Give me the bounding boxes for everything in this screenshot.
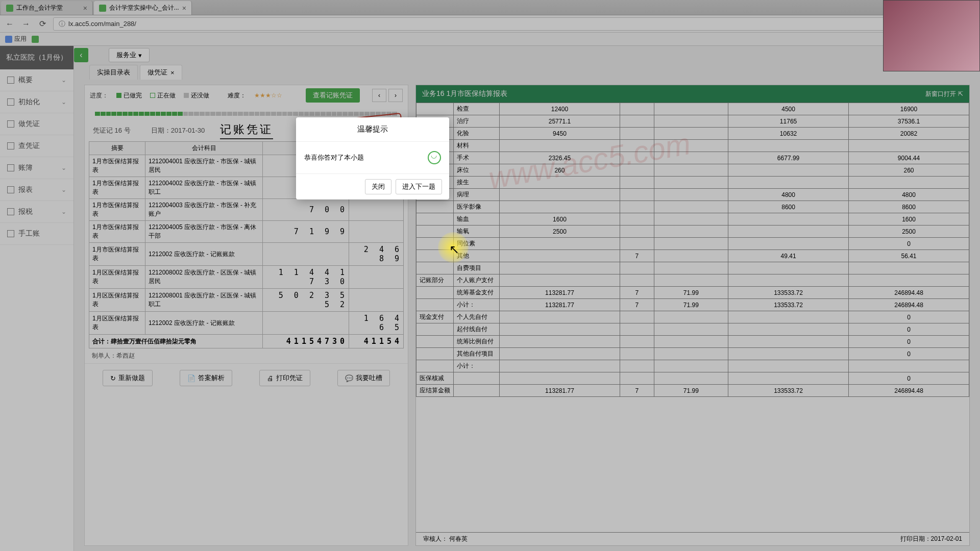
modal-title: 温馨提示 xyxy=(296,117,449,142)
smile-icon xyxy=(428,151,441,164)
modal-footer: 关闭 进入下一题 xyxy=(296,173,449,199)
modal-dialog: 温馨提示 恭喜你答对了本小题 关闭 进入下一题 xyxy=(296,117,449,199)
modal-message: 恭喜你答对了本小题 xyxy=(304,153,364,162)
modal-overlay[interactable] xyxy=(0,0,980,551)
modal-next-button[interactable]: 进入下一题 xyxy=(396,179,442,194)
webcam-overlay xyxy=(883,0,980,71)
modal-close-button[interactable]: 关闭 xyxy=(365,179,391,194)
modal-body: 恭喜你答对了本小题 xyxy=(296,142,449,173)
